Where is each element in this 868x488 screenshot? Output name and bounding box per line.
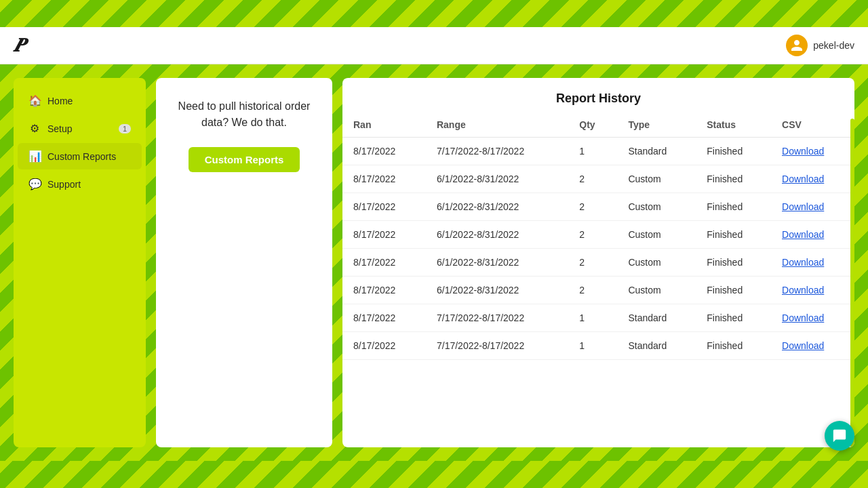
download-link[interactable]: Download	[782, 285, 824, 296]
cell-csv: Download	[771, 249, 854, 277]
cell-range: 6/1/2022-8/31/2022	[426, 221, 568, 249]
cell-status: Finished	[696, 277, 771, 304]
cell-range: 7/17/2022-8/17/2022	[426, 332, 568, 360]
download-link[interactable]: Download	[782, 312, 824, 323]
sidebar-item-support[interactable]: 💬 Support	[18, 171, 142, 197]
cell-status: Finished	[696, 165, 771, 193]
cell-type: Custom	[617, 193, 696, 221]
cell-qty: 1	[568, 304, 617, 332]
report-table: Ran Range Qty Type Status CSV 8/17/2022 …	[342, 113, 854, 360]
download-link[interactable]: Download	[782, 229, 824, 240]
promo-card: Need to pull historical order data? We d…	[156, 78, 332, 447]
table-row: 8/17/2022 6/1/2022-8/31/2022 2 Custom Fi…	[342, 165, 854, 193]
cell-range: 6/1/2022-8/31/2022	[426, 277, 568, 304]
sidebar-label-home: Home	[47, 96, 73, 106]
cell-ran: 8/17/2022	[342, 193, 426, 221]
home-icon: 🏠	[28, 94, 41, 107]
sidebar-item-custom-reports[interactable]: 📊 Custom Reports	[18, 143, 142, 169]
report-title: Report History	[342, 78, 854, 113]
username: pekel-dev	[813, 40, 854, 51]
cell-qty: 1	[568, 138, 617, 165]
custom-reports-icon: 📊	[28, 150, 41, 163]
cell-status: Finished	[696, 193, 771, 221]
cell-range: 7/17/2022-8/17/2022	[426, 304, 568, 332]
report-card: Report History Ran Range Qty Type Status…	[342, 78, 854, 447]
cell-range: 6/1/2022-8/31/2022	[426, 249, 568, 277]
sidebar-label-support: Support	[47, 179, 81, 190]
stripe-top	[0, 0, 868, 27]
cell-ran: 8/17/2022	[342, 249, 426, 277]
download-link[interactable]: Download	[782, 257, 824, 268]
cell-type: Custom	[617, 221, 696, 249]
col-qty: Qty	[568, 113, 617, 138]
cell-type: Custom	[617, 165, 696, 193]
setup-icon: ⚙	[28, 122, 41, 135]
chat-button[interactable]	[825, 421, 854, 451]
download-link[interactable]: Download	[782, 201, 824, 212]
cell-ran: 8/17/2022	[342, 138, 426, 165]
chat-icon	[832, 428, 847, 443]
support-icon: 💬	[28, 178, 41, 190]
sidebar: 🏠 Home ⚙ Setup 1 📊 Custom Reports 💬 Supp…	[14, 78, 146, 447]
col-csv: CSV	[771, 113, 854, 138]
cell-type: Standard	[617, 332, 696, 360]
cell-ran: 8/17/2022	[342, 277, 426, 304]
setup-badge: 1	[119, 124, 131, 134]
user-info: pekel-dev	[786, 35, 854, 56]
cell-qty: 2	[568, 249, 617, 277]
cell-range: 6/1/2022-8/31/2022	[426, 165, 568, 193]
cell-type: Custom	[617, 249, 696, 277]
cell-qty: 2	[568, 277, 617, 304]
cell-qty: 1	[568, 332, 617, 360]
sidebar-label-custom-reports: Custom Reports	[47, 151, 116, 162]
col-type: Type	[617, 113, 696, 138]
cell-status: Finished	[696, 221, 771, 249]
cell-csv: Download	[771, 165, 854, 193]
logo: 𝑷	[14, 35, 25, 57]
cell-ran: 8/17/2022	[342, 221, 426, 249]
cell-qty: 2	[568, 221, 617, 249]
download-link[interactable]: Download	[782, 146, 824, 157]
cell-type: Custom	[617, 277, 696, 304]
avatar	[786, 35, 808, 56]
col-range: Range	[426, 113, 568, 138]
sidebar-item-setup[interactable]: ⚙ Setup 1	[18, 115, 142, 142]
main-area: 🏠 Home ⚙ Setup 1 📊 Custom Reports 💬 Supp…	[0, 64, 868, 461]
cell-range: 6/1/2022-8/31/2022	[426, 193, 568, 221]
cell-csv: Download	[771, 138, 854, 165]
cell-csv: Download	[771, 332, 854, 360]
col-status: Status	[696, 113, 771, 138]
table-row: 8/17/2022 6/1/2022-8/31/2022 2 Custom Fi…	[342, 249, 854, 277]
cell-ran: 8/17/2022	[342, 332, 426, 360]
cell-qty: 2	[568, 193, 617, 221]
table-row: 8/17/2022 7/17/2022-8/17/2022 1 Standard…	[342, 304, 854, 332]
promo-text: Need to pull historical order data? We d…	[172, 98, 316, 131]
table-row: 8/17/2022 7/17/2022-8/17/2022 1 Standard…	[342, 138, 854, 165]
stripe-bottom	[0, 461, 868, 488]
cell-range: 7/17/2022-8/17/2022	[426, 138, 568, 165]
cell-status: Finished	[696, 332, 771, 360]
cell-csv: Download	[771, 221, 854, 249]
sidebar-item-home[interactable]: 🏠 Home	[18, 87, 142, 114]
cell-type: Standard	[617, 138, 696, 165]
cell-ran: 8/17/2022	[342, 304, 426, 332]
col-ran: Ran	[342, 113, 426, 138]
cell-status: Finished	[696, 304, 771, 332]
cell-ran: 8/17/2022	[342, 165, 426, 193]
table-row: 8/17/2022 7/17/2022-8/17/2022 1 Standard…	[342, 332, 854, 360]
download-link[interactable]: Download	[782, 340, 824, 351]
header: 𝑷 pekel-dev	[0, 27, 868, 64]
table-row: 8/17/2022 6/1/2022-8/31/2022 2 Custom Fi…	[342, 277, 854, 304]
cell-status: Finished	[696, 138, 771, 165]
download-link[interactable]: Download	[782, 174, 824, 184]
cell-csv: Download	[771, 304, 854, 332]
cell-csv: Download	[771, 193, 854, 221]
table-row: 8/17/2022 6/1/2022-8/31/2022 2 Custom Fi…	[342, 221, 854, 249]
report-scroll-area[interactable]: Ran Range Qty Type Status CSV 8/17/2022 …	[342, 113, 854, 360]
cell-qty: 2	[568, 165, 617, 193]
cell-type: Standard	[617, 304, 696, 332]
custom-reports-button[interactable]: Custom Reports	[189, 147, 300, 172]
sidebar-label-setup: Setup	[47, 123, 73, 134]
table-row: 8/17/2022 6/1/2022-8/31/2022 2 Custom Fi…	[342, 193, 854, 221]
cell-csv: Download	[771, 277, 854, 304]
